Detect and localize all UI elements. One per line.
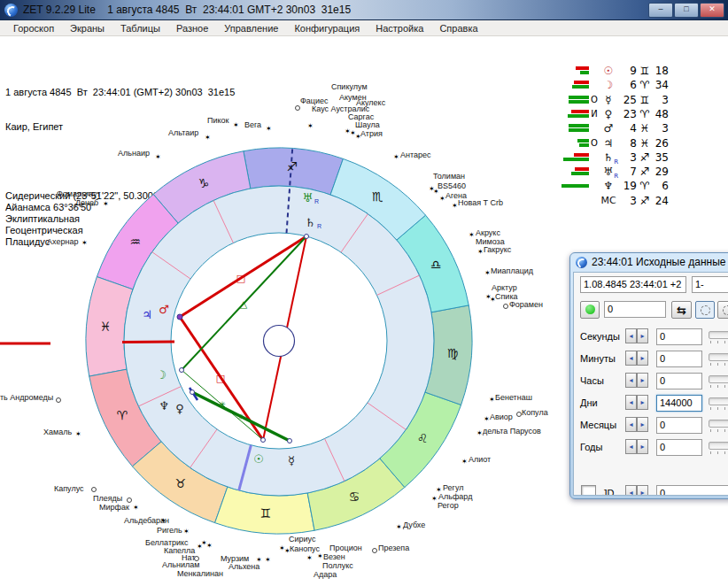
jd-spin-down-button[interactable]: ◂ (625, 485, 637, 496)
slider-groove[interactable] (709, 442, 728, 450)
slider-groove[interactable] (709, 397, 728, 405)
star-label: Спикулум (331, 82, 368, 91)
часы-spin-up-button[interactable]: ▸ (637, 373, 648, 388)
green-dot-icon (585, 305, 595, 314)
star-point-icon: ✶ (205, 135, 211, 141)
aspect-strength-bars (562, 123, 589, 134)
marker-button[interactable] (580, 301, 600, 319)
zodiac-sign-glyph: ♊ (637, 94, 653, 106)
star-label: Менкалинан (177, 569, 223, 578)
star-point-icon: ✶ (355, 135, 361, 140)
годы-spin-down-button[interactable]: ◂ (625, 439, 637, 454)
planet-glyph-venus: ♀ (600, 108, 617, 120)
часы-slider[interactable] (709, 375, 728, 389)
secondary-date-field[interactable]: 1- (692, 276, 728, 293)
дни-field[interactable]: 144000 (656, 395, 702, 412)
spinner: ◂▸ (625, 373, 648, 388)
wheel-planet-mars: ♂ (159, 303, 169, 316)
slider-groove[interactable] (709, 331, 728, 339)
star-label: Пикок (207, 116, 228, 125)
минуты-spin-down-button[interactable]: ◂ (625, 351, 637, 366)
date-time-field[interactable]: 1.08.4845 23:44:01 +2 (580, 276, 686, 293)
jd-spin-up-button[interactable]: ▸ (637, 485, 648, 496)
jd-checkbox[interactable] (581, 485, 596, 496)
дни-spin-down-button[interactable]: ◂ (625, 395, 637, 410)
spin-row-label-месяцы: Месяцы (580, 420, 616, 430)
planet-glyph-mercury: ☿ (600, 94, 617, 106)
slider-ticks (709, 363, 728, 366)
star-point-icon: ✶ (477, 250, 484, 255)
zodiac-sign-taurus: ♉ (175, 476, 187, 490)
минуты-spin-up-button[interactable]: ▸ (637, 351, 648, 366)
slider-groove[interactable] (709, 353, 728, 361)
wheel-planet-saturn: ♄ (305, 216, 315, 229)
секунды-field[interactable]: 0 (656, 328, 702, 345)
slider-groove[interactable] (709, 375, 728, 383)
секунды-spin-down-button[interactable]: ◂ (625, 328, 637, 343)
дни-spin-up-button[interactable]: ▸ (637, 395, 648, 410)
star-point-icon: ✶ (133, 505, 139, 511)
aspect-strength-bars (562, 166, 589, 177)
zodiac-sign-libra: ♎ (430, 258, 442, 272)
star-point-icon: ✶ (484, 417, 490, 422)
jd-field[interactable]: 0 (656, 485, 728, 496)
planet-row-neptune: ♆19♈6 (562, 179, 669, 193)
годы-spin-up-button[interactable]: ▸ (637, 439, 648, 454)
zodiac-sign-capricorn: ♑ (198, 176, 210, 190)
mode-toggle-1-button[interactable] (695, 301, 715, 319)
spinner: ◂▸ (625, 328, 648, 343)
planet-row-sun: ☉9♊18 (562, 64, 669, 78)
wheel-planet-sun: ☉ (253, 452, 264, 466)
секунды-slider[interactable] (709, 331, 728, 344)
star-label: Альфард (438, 492, 472, 501)
star-label: Вега (244, 120, 261, 129)
star-point-icon: ✶ (160, 519, 167, 524)
planet-glyph-saturn: ♄R (600, 151, 617, 164)
deepsky-circle-icon (91, 487, 97, 492)
минуты-slider[interactable] (709, 353, 728, 366)
longitude-degrees: 3 (617, 151, 637, 164)
star-point-icon: ✶ (317, 554, 323, 559)
часы-spin-down-button[interactable]: ◂ (625, 373, 637, 388)
aspect-vertex (261, 438, 266, 443)
минуты-field[interactable]: 0 (656, 351, 702, 367)
zodiac-sign-virgo: ♍ (447, 346, 459, 360)
strength-bar (572, 85, 589, 89)
dialog-title-bar[interactable]: 23:44:01 Исходные данные (570, 253, 728, 271)
часы-field[interactable]: 0 (656, 373, 702, 389)
mode-toggle-2-button[interactable] (717, 301, 728, 319)
star-label: Альнаир (118, 149, 150, 158)
star-label: Везен (323, 552, 345, 561)
месяцы-field[interactable]: 0 (656, 417, 702, 434)
offset-field[interactable]: 0 (604, 301, 666, 318)
секунды-spin-up-button[interactable]: ▸ (637, 328, 648, 343)
годы-slider[interactable] (709, 442, 728, 455)
slider-ticks (709, 429, 728, 433)
spinner: ◂▸ (625, 351, 648, 366)
strength-bar (576, 66, 589, 70)
planet-row-mars: ♂4♓3 (562, 121, 669, 135)
месяцы-slider[interactable] (709, 420, 728, 433)
star-label: Гакрукс (484, 245, 511, 254)
strength-bar (571, 172, 589, 175)
spinner: ◂▸ (625, 417, 648, 432)
planet-row-venus: И♀23♈48 (562, 107, 669, 121)
aspect-vertex (288, 439, 292, 443)
planet-glyph-jupiter: ♃ (600, 137, 617, 150)
zet-app-window: ZET 9.2.29 Lite 1 августа 4845 Вт 23:44:… (0, 0, 728, 586)
zodiac-sign-glyph: ♈ (637, 180, 653, 192)
strength-bar (571, 110, 589, 113)
slider-groove[interactable] (709, 420, 728, 428)
jd-spinner: ◂ ▸ (625, 485, 648, 496)
spin-row-label-секунды: Секунды (580, 331, 620, 342)
star-label: Копула (522, 408, 548, 417)
longitude-degrees: 23 (617, 108, 637, 120)
wheel-planet-uranus: ♅ (302, 191, 313, 204)
дни-slider[interactable] (709, 397, 728, 411)
месяцы-spin-up-button[interactable]: ▸ (637, 417, 648, 432)
годы-field[interactable]: 0 (656, 439, 702, 456)
месяцы-spin-down-button[interactable]: ◂ (625, 417, 637, 432)
planet-row-jupiter: O♃8♓26 (562, 136, 669, 150)
swap-direction-button[interactable]: ⇆ (671, 301, 692, 319)
aspect-strength-bars (562, 66, 589, 76)
